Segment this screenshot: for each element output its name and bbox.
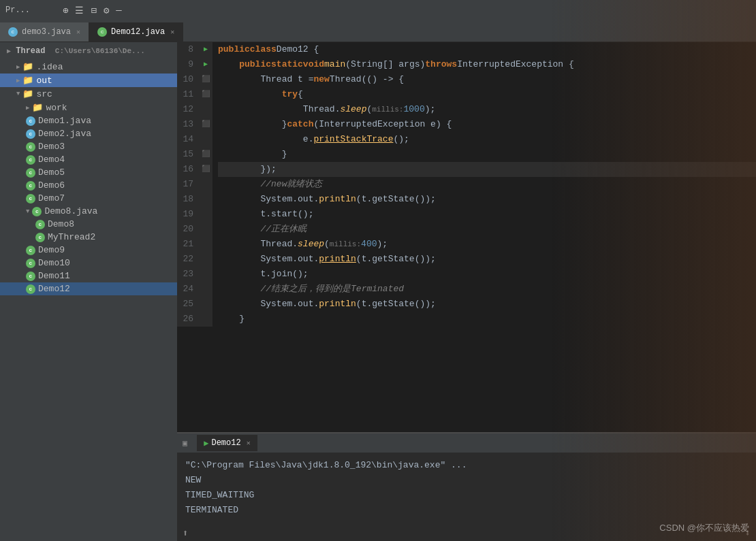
paren-sleep: ( bbox=[366, 102, 372, 117]
func-main: main bbox=[324, 57, 345, 72]
sidebar-item-demo4[interactable]: c Demo4 bbox=[0, 153, 177, 166]
scroll-up-icon[interactable]: ⬆ bbox=[183, 527, 188, 539]
sidebar-item-demo6[interactable]: c Demo6 bbox=[0, 179, 177, 192]
gutter-bp-15[interactable]: ⬛ bbox=[199, 147, 212, 162]
settings-icon[interactable]: ⚙ bbox=[104, 5, 109, 16]
sidebar-item-demo10[interactable]: c Demo10 bbox=[0, 257, 177, 269]
editor-content[interactable]: 891011121314151617181920212223242526 ▶ ▶… bbox=[177, 42, 756, 432]
sidebar-item-label: Demo7 bbox=[38, 193, 65, 203]
sidebar-item-demo8[interactable]: c Demo8 bbox=[0, 218, 177, 231]
num-1000: 1000 bbox=[403, 102, 424, 117]
sidebar-header: ▶ Thread C:\Users\86136\De... bbox=[0, 42, 177, 60]
sidebar-item-work[interactable]: ▶ 📁 work bbox=[0, 101, 177, 114]
kw-static: static bbox=[271, 57, 303, 72]
sidebar-item-src[interactable]: ▼ 📁 src bbox=[0, 87, 177, 101]
indent-16 bbox=[218, 162, 260, 177]
menu-icon[interactable]: ☰ bbox=[75, 5, 84, 16]
sidebar-item-label: MyThread2 bbox=[48, 232, 95, 242]
sys-22: System.out. bbox=[260, 252, 319, 267]
gutter-empty-22 bbox=[199, 252, 212, 267]
gutter-bp-10[interactable]: ⬛ bbox=[199, 72, 212, 87]
code-line-22: System.out.println(t.getState()); bbox=[218, 252, 756, 267]
close-16: }); bbox=[260, 162, 276, 177]
code-line-17: //new就绪状态 bbox=[218, 177, 756, 192]
bottom-toolbar: ⬆ ⬇ bbox=[177, 525, 756, 541]
gutter-bp-11[interactable]: ⬛ bbox=[199, 87, 212, 102]
sidebar-item-label: Demo4 bbox=[38, 154, 65, 165]
sidebar-item-idea[interactable]: ▶ 📁 .idea bbox=[0, 60, 177, 73]
sidebar-item-demo5[interactable]: c Demo5 bbox=[0, 166, 177, 179]
indent-23 bbox=[218, 267, 260, 282]
code-line-13: } catch (InterruptedException e) { bbox=[218, 117, 756, 132]
sys-18: System.out. bbox=[260, 192, 319, 207]
run-icon-bottom: ▶ bbox=[204, 438, 208, 448]
java-icon-mythread2: c bbox=[35, 233, 45, 242]
minimize-icon[interactable]: — bbox=[116, 5, 121, 16]
sidebar-item-demo11[interactable]: c Demo11 bbox=[0, 269, 177, 282]
getstate-25: (t.getState()); bbox=[356, 297, 436, 312]
tab-label-demo3: demo3.java bbox=[22, 27, 71, 37]
sidebar-title: ▶ Thread C:\Users\86136\De... bbox=[7, 46, 145, 56]
gutter-run-8[interactable]: ▶ bbox=[199, 42, 212, 57]
comment-17: //new就绪状态 bbox=[260, 177, 322, 192]
indent-17 bbox=[218, 177, 260, 192]
func-println-18: println bbox=[319, 192, 356, 207]
tab-close-demo3[interactable]: ✕ bbox=[76, 28, 80, 36]
indent-11 bbox=[218, 87, 282, 102]
indent-14 bbox=[218, 132, 303, 147]
gutter-bp-16[interactable]: ⬛ bbox=[199, 162, 212, 177]
code-container: 891011121314151617181920212223242526 ▶ ▶… bbox=[177, 42, 756, 432]
sidebar-item-demo7[interactable]: c Demo7 bbox=[0, 192, 177, 205]
tab-demo12-run[interactable]: ▶ Demo12 ✕ bbox=[197, 435, 257, 451]
sidebar-item-demo3[interactable]: c Demo3 bbox=[0, 140, 177, 153]
code-line-19: t.start(); bbox=[218, 207, 756, 222]
catch-open: } bbox=[282, 117, 287, 132]
tab-demo12[interactable]: c Demo12.java ✕ bbox=[89, 22, 183, 42]
sidebar-item-demo9[interactable]: c Demo9 bbox=[0, 244, 177, 257]
indent-26 bbox=[218, 312, 239, 327]
indent-25 bbox=[218, 297, 260, 312]
gutter-empty-24 bbox=[199, 282, 212, 297]
paren: (String[] args) bbox=[345, 57, 425, 72]
arrow-icon: ▶ bbox=[26, 104, 29, 112]
menu2-icon[interactable]: ⊟ bbox=[91, 5, 96, 16]
thread-new: Thread(() -> { bbox=[330, 72, 404, 87]
indent-24 bbox=[218, 282, 260, 297]
exc: InterruptedException { bbox=[457, 57, 574, 72]
java-icon-demo10: c bbox=[26, 259, 35, 268]
sidebar-item-demo2[interactable]: c Demo2.java bbox=[0, 127, 177, 140]
close-brace-15: } bbox=[282, 147, 287, 162]
print-paren: (); bbox=[393, 132, 409, 147]
sidebar-item-label: src bbox=[36, 89, 52, 99]
code-line-26: } bbox=[218, 312, 756, 327]
sidebar-item-mythread2[interactable]: c MyThread2 bbox=[0, 231, 177, 244]
sys-25: System.out. bbox=[260, 297, 319, 312]
sidebar-item-label: Demo10 bbox=[38, 258, 70, 268]
java-icon-demo7: c bbox=[26, 194, 35, 203]
gutter-bp-13[interactable]: ⬛ bbox=[199, 117, 212, 132]
tab-demo3[interactable]: c demo3.java ✕ bbox=[0, 22, 89, 42]
sidebar-item-label: Demo2.java bbox=[38, 129, 91, 139]
add-icon[interactable]: ⊕ bbox=[63, 5, 68, 16]
gutter-run-9[interactable]: ▶ bbox=[199, 57, 212, 72]
sidebar-item-out[interactable]: ▶ 📁 out bbox=[0, 73, 177, 87]
code-line-25: System.out.println(t.getState()); bbox=[218, 297, 756, 312]
scroll-down-icon[interactable]: ⬇ bbox=[745, 527, 751, 539]
code-lines[interactable]: public class Demo12 { public static void… bbox=[212, 42, 756, 327]
sidebar-item-label: Demo8 bbox=[48, 219, 74, 229]
tstart: t.start(); bbox=[260, 207, 313, 222]
folder-icon-work: 📁 bbox=[32, 102, 43, 113]
kw-public: public bbox=[218, 42, 250, 57]
tab-icon-demo3: c bbox=[8, 27, 18, 37]
indent-22 bbox=[218, 252, 260, 267]
sidebar-item-demo8-java[interactable]: ▼ c Demo8.java bbox=[0, 205, 177, 218]
folder-icon-out: 📁 bbox=[22, 75, 33, 86]
sidebar-item-demo12[interactable]: c Demo12 bbox=[0, 282, 177, 295]
num-400: 400 bbox=[361, 237, 377, 252]
classname: Demo12 { bbox=[277, 42, 319, 57]
editor-panel: 891011121314151617181920212223242526 ▶ ▶… bbox=[177, 42, 756, 541]
bottom-tab-close[interactable]: ✕ bbox=[247, 439, 251, 447]
gutter-empty-12 bbox=[199, 102, 212, 117]
sidebar-item-demo1[interactable]: c Demo1.java bbox=[0, 114, 177, 127]
tab-close-demo12[interactable]: ✕ bbox=[170, 28, 174, 36]
